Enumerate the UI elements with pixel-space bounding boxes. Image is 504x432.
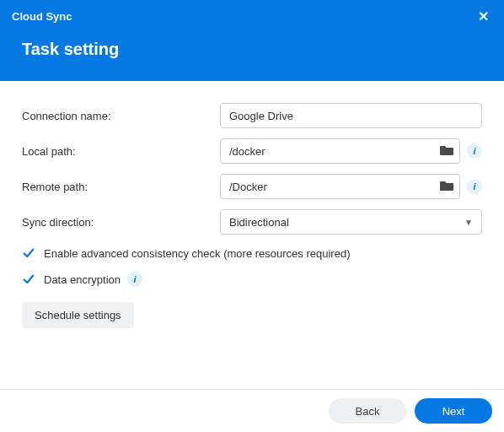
- dialog-footer: Back Next: [0, 389, 504, 432]
- chevron-down-icon: ▼: [464, 218, 473, 227]
- encryption-label: Data encryption i: [44, 272, 142, 287]
- row-local-path: Local path: i: [22, 138, 482, 164]
- encryption-checkbox[interactable]: [22, 273, 35, 286]
- next-button[interactable]: Next: [415, 398, 492, 424]
- info-icon[interactable]: i: [467, 143, 482, 159]
- encryption-label-text: Data encryption: [44, 273, 121, 286]
- sync-direction-select[interactable]: Bidirectional ▼: [220, 209, 482, 235]
- info-icon[interactable]: i: [467, 179, 482, 194]
- info-icon[interactable]: i: [127, 272, 142, 287]
- row-data-encryption: Data encryption i: [22, 272, 482, 287]
- local-path-label: Local path:: [22, 145, 220, 158]
- schedule-settings-button[interactable]: Schedule settings: [22, 302, 134, 328]
- titlebar: Cloud Sync ✕: [0, 0, 504, 26]
- local-path-input[interactable]: [220, 138, 460, 164]
- connection-name-label: Connection name:: [22, 110, 220, 122]
- form-body: Connection name: Local path: i Remote pa…: [0, 81, 504, 328]
- sync-direction-value: Bidirectional: [229, 216, 289, 229]
- folder-icon[interactable]: [440, 144, 453, 158]
- consistency-checkbox[interactable]: [22, 246, 35, 260]
- page-title: Task setting: [0, 26, 504, 59]
- remote-path-input[interactable]: [220, 174, 460, 199]
- row-consistency-check: Enable advanced consistency check (more …: [22, 246, 482, 260]
- connection-name-input[interactable]: [220, 103, 482, 128]
- folder-icon[interactable]: [440, 180, 453, 193]
- remote-path-label: Remote path:: [22, 181, 220, 193]
- row-connection-name: Connection name:: [22, 103, 482, 128]
- row-sync-direction: Sync direction: Bidirectional ▼: [22, 209, 482, 235]
- back-button[interactable]: Back: [329, 398, 406, 424]
- window-title: Cloud Sync: [12, 10, 72, 23]
- consistency-label: Enable advanced consistency check (more …: [44, 247, 350, 260]
- row-remote-path: Remote path: i: [22, 174, 482, 199]
- sync-direction-label: Sync direction:: [22, 216, 220, 229]
- dialog-header: Cloud Sync ✕ Task setting: [0, 0, 504, 81]
- close-icon[interactable]: ✕: [475, 7, 492, 26]
